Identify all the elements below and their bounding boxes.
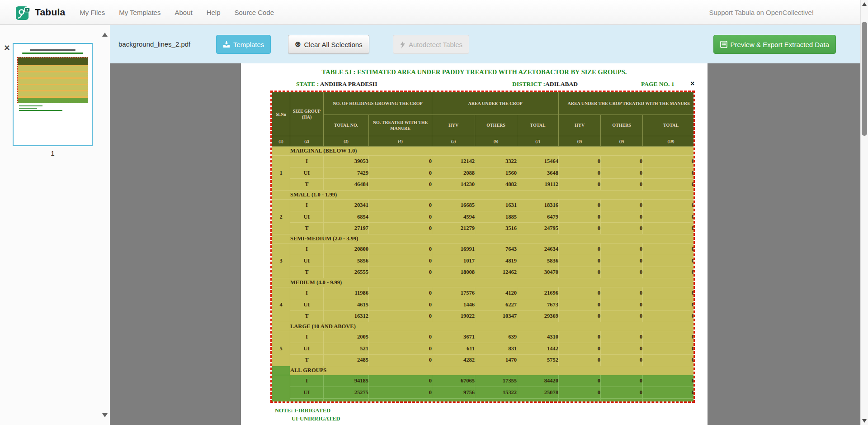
value-cell: 0: [643, 375, 695, 387]
selection-close-button[interactable]: ×: [690, 80, 694, 88]
support-link[interactable]: Support Tabula on OpenCollective!: [709, 0, 814, 25]
value-cell: 639: [475, 331, 517, 343]
value-cell: 0: [643, 179, 695, 191]
page-delete-button[interactable]: ×: [4, 43, 10, 53]
band-slno-cell: [272, 366, 290, 375]
value-cell: 7673: [517, 299, 559, 310]
templates-button[interactable]: Templates: [216, 35, 271, 54]
value-cell: 27197: [324, 223, 369, 234]
row-type-cell: UI: [290, 299, 324, 310]
table-list-icon: [720, 41, 727, 48]
value-cell: 0: [643, 267, 695, 278]
nav-links: My Files My Templates About Help Source …: [80, 9, 274, 16]
section-band-row: MEDIUM (4.0 - 9.99): [272, 278, 695, 287]
table-row: T163120190221034729369000: [272, 310, 695, 322]
scroll-up-icon[interactable]: [862, 2, 867, 6]
col-number: (10): [643, 136, 695, 147]
scrollbar-thumb[interactable]: [862, 22, 867, 136]
value-cell: 4594: [432, 211, 475, 223]
value-cell: 4615: [324, 299, 369, 310]
value-cell: 4882: [475, 179, 517, 191]
sidebar-scroll-up-icon[interactable]: [102, 33, 108, 37]
autodetect-tables-button[interactable]: Autodetect Tables: [393, 35, 469, 54]
nav-link-source-code[interactable]: Source Code: [235, 9, 274, 16]
row-type-cell: T: [290, 267, 324, 278]
nav-link-my-templates[interactable]: My Templates: [119, 9, 160, 16]
close-x-icon: ×: [690, 80, 694, 87]
nav-link-help[interactable]: Help: [207, 9, 221, 16]
page-thumbnail[interactable]: [13, 43, 93, 146]
value-cell: 0: [643, 331, 695, 343]
value-cell: 0: [559, 331, 601, 343]
col-header: HYV: [559, 115, 601, 136]
scroll-down-icon[interactable]: [862, 419, 867, 423]
doc-page-no: PAGE NO. 1: [641, 81, 675, 88]
value-cell: 0: [601, 255, 643, 267]
table-row: I941850670651735584420000: [272, 375, 695, 387]
export-button-label: Preview & Export Extracted Data: [731, 41, 829, 48]
slno-cell: 3: [272, 244, 290, 278]
value-cell: 1885: [475, 211, 517, 223]
value-cell: 0: [369, 375, 432, 387]
value-cell: 0: [559, 343, 601, 354]
selection-box[interactable]: Sl.No SIZE GROUP (HA) NO. OF HOLDINGS GR…: [270, 91, 695, 403]
slno-cell: 1: [272, 156, 290, 191]
value-cell: 0: [369, 179, 432, 191]
value-cell: 0: [559, 244, 601, 255]
value-cell: 6854: [324, 211, 369, 223]
value-cell: 0: [559, 287, 601, 299]
row-type-cell: UI: [290, 211, 324, 223]
value-cell: 0: [559, 387, 601, 399]
filename-label: background_lines_2.pdf: [118, 25, 190, 63]
value-cell: 6479: [517, 211, 559, 223]
value-cell: 0: [559, 255, 601, 267]
value-cell: 21696: [517, 287, 559, 299]
doc-table-body: MARGINAL (BELOW 1.0)1I390530121423322154…: [272, 147, 695, 403]
table-row: 3I20800016991764324634000: [272, 244, 695, 255]
value-cell: 0: [559, 200, 601, 211]
value-cell: 0: [643, 223, 695, 234]
value-cell: 0: [369, 223, 432, 234]
value-cell: 0: [559, 398, 601, 403]
clear-selections-button[interactable]: ⊗ Clear All Selections: [288, 35, 369, 54]
value-cell: 0: [369, 267, 432, 278]
value-cell: 0: [643, 299, 695, 310]
band-slno-cell: [272, 191, 290, 200]
col-number: (1): [272, 136, 290, 147]
table-row: UI25275097561532225078000: [272, 387, 695, 399]
sidebar-scroll-down-icon[interactable]: [102, 413, 108, 417]
delete-x-icon: ×: [4, 42, 10, 53]
value-cell: 0: [601, 398, 643, 403]
table-row: UI52106118311442000: [272, 343, 695, 354]
band-slno-cell: [272, 234, 290, 244]
col-group-holdings: NO. OF HOLDINGS GROWING THE CROP: [324, 92, 432, 115]
slno-cell: 2: [272, 200, 290, 234]
value-cell: 21279: [432, 223, 475, 234]
value-cell: 18008: [432, 267, 475, 278]
value-cell: 16312: [324, 310, 369, 322]
col-header: OTHERS: [475, 115, 517, 136]
col-header: HYV: [432, 115, 475, 136]
value-cell: 0: [643, 211, 695, 223]
col-number: (5): [432, 136, 475, 147]
value-cell: 14230: [432, 179, 475, 191]
doc-table: Sl.No SIZE GROUP (HA) NO. OF HOLDINGS GR…: [272, 92, 695, 403]
value-cell: 19022: [432, 310, 475, 322]
nav-link-about[interactable]: About: [175, 9, 192, 16]
col-header: NO. TREATED WITH THE MANURE: [369, 115, 432, 136]
value-cell: 5752: [517, 354, 559, 366]
col-number: (3): [324, 136, 369, 147]
value-cell: 0: [559, 223, 601, 234]
table-row: T265550180081246230470000: [272, 267, 695, 278]
toolbar: background_lines_2.pdf Templates ⊗ Clear…: [110, 25, 860, 63]
value-cell: 32677: [475, 398, 517, 403]
nav-link-my-files[interactable]: My Files: [80, 9, 105, 16]
thumb-title-line: [30, 49, 75, 51]
value-cell: 1631: [475, 200, 517, 211]
state-label: STATE :: [296, 81, 319, 87]
value-cell: 0: [643, 287, 695, 299]
value-cell: 46484: [324, 179, 369, 191]
value-cell: 0: [369, 343, 432, 354]
export-button[interactable]: Preview & Export Extracted Data: [713, 35, 836, 54]
row-type-cell: I: [290, 375, 324, 387]
